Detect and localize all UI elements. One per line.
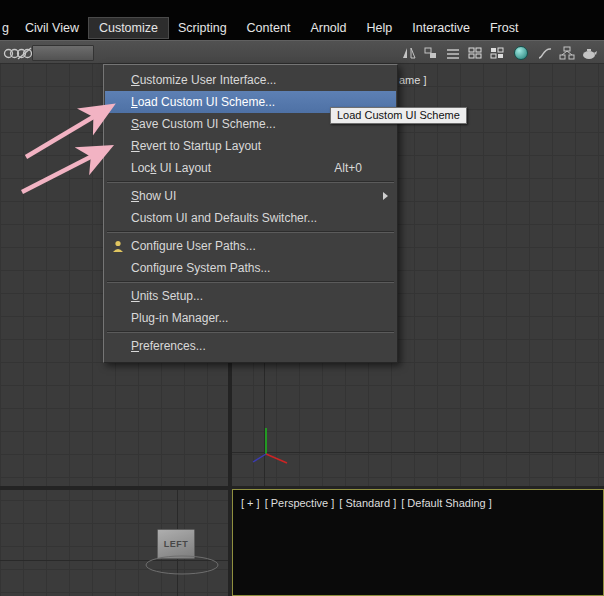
menu-item-custom-ui-defaults-switcher[interactable]: Custom UI and Defaults Switcher...: [105, 207, 396, 229]
toolbar-sunken-field[interactable]: [32, 45, 94, 61]
schematic-view-icon[interactable]: [558, 44, 576, 62]
menu-item-label: Load Custom UI Scheme...: [131, 95, 275, 109]
viewport-plus-menu[interactable]: [ + ]: [241, 497, 260, 509]
align-icon[interactable]: [422, 44, 440, 62]
unlink-selection-icon[interactable]: [15, 44, 33, 62]
menu-item-configure-system-paths[interactable]: Configure System Paths...: [105, 257, 396, 279]
menu-item-label: Plug-in Manager...: [131, 311, 228, 325]
named-selection-sets-icon[interactable]: [488, 44, 506, 62]
menu-bar: g Civil View Customize Scripting Content…: [0, 0, 604, 40]
scene-object-label: LEFT: [164, 539, 189, 549]
material-editor-icon[interactable]: [512, 44, 530, 62]
menu-item-label: Save Custom UI Scheme...: [131, 117, 276, 131]
menu-item-label: Preferences...: [131, 339, 206, 353]
menu-item-label: Units Setup...: [131, 289, 203, 303]
viewport-label: [ + ] [ Perspective ] [ Standard ] [ Def…: [241, 497, 492, 509]
menu-item-lock-ui-layout[interactable]: Lock UI Layout Alt+0: [105, 157, 396, 179]
menu-item-shortcut: Alt+0: [334, 161, 362, 175]
tooltip: Load Custom UI Scheme: [330, 107, 467, 124]
menubar-item-frost[interactable]: Frost: [480, 18, 528, 38]
3dsmax-window: LEFT ame ] [ + ] [ Perspective ] [ Stand…: [0, 0, 604, 596]
menubar-item-help[interactable]: Help: [357, 18, 403, 38]
perspective-viewport[interactable]: [ + ] [ Perspective ] [ Standard ] [ Def…: [232, 489, 604, 596]
menubar-item-customize[interactable]: Customize: [89, 18, 168, 38]
viewport-point-of-view-label[interactable]: [ Perspective ]: [265, 497, 335, 509]
menu-item-plug-in-manager[interactable]: Plug-in Manager...: [105, 307, 396, 329]
menubar-item-scripting[interactable]: Scripting: [168, 18, 237, 38]
viewport-shading-label[interactable]: [ Default Shading ]: [401, 497, 492, 509]
menu-item-label: Configure System Paths...: [131, 261, 270, 275]
menu-item-label: Customize User Interface...: [131, 73, 276, 87]
scene-explorer-icon[interactable]: [466, 44, 484, 62]
menu-item-label: Lock UI Layout: [131, 161, 211, 175]
menu-item-configure-user-paths[interactable]: Configure User Paths...: [105, 235, 396, 257]
menu-item-units-setup[interactable]: Units Setup...: [105, 285, 396, 307]
menu-item-customize-user-interface[interactable]: Customize User Interface...: [105, 69, 396, 91]
object-shadow-ellipse: [142, 550, 222, 580]
world-axis-gizmo: [240, 418, 300, 468]
menubar-item-arnold[interactable]: Arnold: [300, 18, 356, 38]
menu-separator: [107, 181, 394, 183]
menubar-item-civil-view[interactable]: Civil View: [15, 18, 89, 38]
viewport-label-partial[interactable]: ame ]: [399, 74, 427, 86]
configure-user-paths-icon: [111, 239, 126, 254]
menu-separator: [107, 331, 394, 333]
menu-item-label: Revert to Startup Layout: [131, 139, 261, 153]
menu-item-show-ui[interactable]: Show UI: [105, 185, 396, 207]
render-setup-icon[interactable]: [580, 44, 598, 62]
submenu-arrow-icon: [383, 192, 388, 200]
menu-item-label: Custom UI and Defaults Switcher...: [131, 211, 317, 225]
mirror-icon[interactable]: [400, 44, 418, 62]
menu-separator: [107, 281, 394, 283]
menubar-item-partial[interactable]: g: [0, 18, 15, 38]
menubar-item-interactive[interactable]: Interactive: [402, 18, 480, 38]
menubar-item-content[interactable]: Content: [237, 18, 301, 38]
menu-item-revert-to-startup-layout[interactable]: Revert to Startup Layout: [105, 135, 396, 157]
curve-editor-icon[interactable]: [536, 44, 554, 62]
layer-explorer-icon[interactable]: [444, 44, 462, 62]
menu-separator: [107, 231, 394, 233]
viewport-standard-label[interactable]: [ Standard ]: [339, 497, 396, 509]
menu-item-preferences[interactable]: Preferences...: [105, 335, 396, 357]
menu-item-label: Configure User Paths...: [131, 239, 256, 253]
main-toolbar: [0, 40, 604, 64]
menu-item-label: Show UI: [131, 189, 176, 203]
